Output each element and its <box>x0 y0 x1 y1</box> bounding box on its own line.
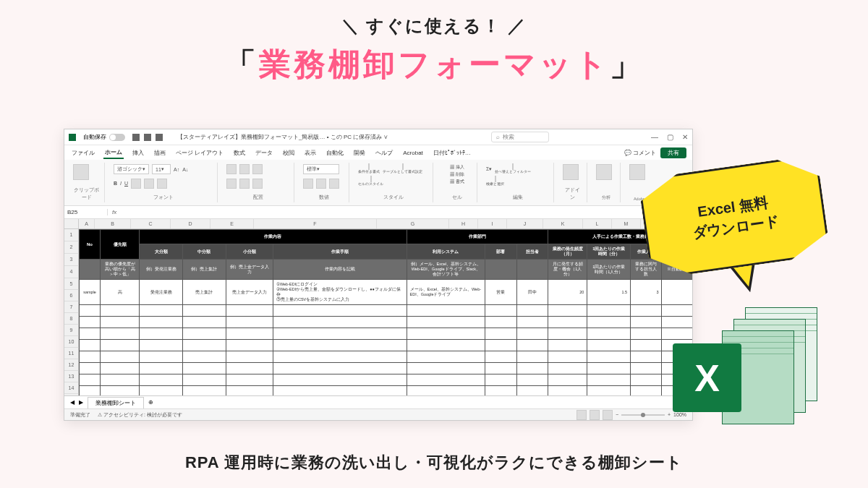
font-size-select[interactable]: 11 ▾ <box>152 164 171 174</box>
undo-icon[interactable] <box>144 134 151 141</box>
format-cells-button[interactable]: ▦ 書式 <box>450 179 464 185</box>
column-header[interactable]: J <box>507 219 543 228</box>
paste-icon[interactable] <box>73 164 89 180</box>
column-header[interactable]: A <box>79 219 95 228</box>
ribbon-tab-2[interactable]: 挿入 <box>131 147 145 158</box>
view-pagelayout-icon[interactable] <box>590 410 600 420</box>
zoom-out-button[interactable]: − <box>616 412 618 417</box>
row-header[interactable]: 10 <box>64 336 79 348</box>
quick-access-toolbar[interactable] <box>132 134 163 141</box>
column-header[interactable]: G <box>377 219 449 228</box>
row-header[interactable]: 4 <box>64 266 79 278</box>
addins-icon[interactable] <box>563 164 579 180</box>
search-input[interactable]: ⌕ 検索 <box>491 132 549 142</box>
sheet-nav-next-icon[interactable]: ▶ <box>79 399 83 406</box>
fx-icon[interactable]: fx <box>108 209 121 215</box>
percent-icon[interactable] <box>316 179 326 189</box>
status-accessibility[interactable]: ⚠ アクセシビリティ: 検討が必要です <box>98 411 182 419</box>
column-header[interactable]: K <box>543 219 583 228</box>
ribbon-tab-0[interactable]: ファイル <box>70 147 96 158</box>
align-top-icon[interactable] <box>226 164 237 174</box>
pdf-icon[interactable] <box>629 164 645 180</box>
column-header[interactable]: F <box>254 219 377 228</box>
name-box[interactable]: B25 <box>64 209 108 215</box>
align-right-icon[interactable] <box>252 179 263 189</box>
align-middle-icon[interactable] <box>239 164 250 174</box>
delete-cells-button[interactable]: ▦ 削除 <box>450 171 464 178</box>
row-header[interactable]: 8 <box>64 313 79 325</box>
table-row[interactable]: 6 <box>80 363 693 374</box>
table-row[interactable]: 3 <box>80 328 693 340</box>
share-button[interactable]: 共有 <box>660 147 686 158</box>
ribbon-tab-7[interactable]: 校閲 <box>281 147 296 158</box>
spreadsheet-grid[interactable]: ABCDEFGHIJKLMN 12345678910111213141516 N… <box>64 219 692 395</box>
row-header[interactable]: 2 <box>64 241 79 254</box>
row-header[interactable]: 12 <box>64 359 79 371</box>
currency-icon[interactable] <box>303 179 313 189</box>
document-title[interactable]: 【スターティアレイズ】業務棚卸フォーマット_簡易版… • この PC に保存済み… <box>177 133 388 141</box>
column-header[interactable]: M <box>612 219 641 228</box>
maximize-icon[interactable]: ▢ <box>667 133 673 141</box>
align-center-icon[interactable] <box>239 179 250 189</box>
font-color-icon[interactable] <box>157 179 167 189</box>
italic-button[interactable]: I <box>120 181 122 186</box>
table-row[interactable]: 8 <box>80 386 693 396</box>
align-left-icon[interactable] <box>226 179 237 189</box>
row-header[interactable]: 9 <box>64 325 79 336</box>
column-header[interactable]: B <box>95 219 131 228</box>
border-icon[interactable] <box>131 179 141 189</box>
row-header[interactable]: 14 <box>64 382 79 394</box>
zoom-slider[interactable] <box>621 414 665 416</box>
ribbon-tab-10[interactable]: 開発 <box>352 147 367 158</box>
column-header[interactable]: D <box>171 219 210 228</box>
ribbon-tab-12[interactable]: Acrobat <box>401 148 425 158</box>
row-header[interactable]: 11 <box>64 348 79 359</box>
ribbon-tab-9[interactable]: 自動化 <box>325 147 345 158</box>
table-row[interactable]: 2 <box>80 317 693 328</box>
ribbon-tab-1[interactable]: ホーム <box>103 147 124 159</box>
comma-icon[interactable] <box>329 179 339 189</box>
row-header[interactable]: 6 <box>64 290 79 301</box>
ribbon-tab-4[interactable]: ページ レイアウト <box>174 147 225 158</box>
fill-color-icon[interactable] <box>144 179 154 189</box>
view-pagebreak-icon[interactable] <box>603 410 613 420</box>
ribbon-tab-5[interactable]: 数式 <box>232 147 247 158</box>
underline-button[interactable]: U <box>124 181 128 186</box>
ribbon-tab-8[interactable]: 表示 <box>303 147 318 158</box>
font-name-select[interactable]: 游ゴシック ▾ <box>114 164 149 174</box>
number-format-select[interactable]: 標準 ▾ <box>303 164 339 174</box>
view-normal-icon[interactable] <box>576 410 587 420</box>
row-header[interactable]: 3 <box>64 254 79 266</box>
bold-button[interactable]: B <box>114 181 117 186</box>
row-header[interactable]: 5 <box>64 278 79 290</box>
row-header[interactable]: 13 <box>64 371 79 382</box>
new-sheet-button[interactable]: ⊕ <box>148 399 153 406</box>
ribbon-tab-11[interactable]: ヘルプ <box>374 147 394 158</box>
autosave-toggle[interactable]: 自動保存 <box>83 133 125 141</box>
ribbon-tab-6[interactable]: データ <box>254 147 274 158</box>
table-row[interactable]: 5 <box>80 351 693 363</box>
ribbon-tab-3[interactable]: 描画 <box>153 147 167 158</box>
analysis-icon[interactable] <box>596 164 612 180</box>
ribbon-tab-13[interactable]: 日付ﾋﾟﾎﾞｯﾄﾃ… <box>432 147 472 158</box>
sheet-tab-active[interactable]: 業務棚卸シート <box>88 397 144 408</box>
zoom-in-button[interactable]: + <box>668 412 671 417</box>
increase-font-icon[interactable]: A↑ <box>174 167 179 172</box>
row-header[interactable]: 7 <box>64 301 79 313</box>
insert-cells-button[interactable]: ▦ 挿入 <box>450 164 464 171</box>
table-row[interactable]: 7 <box>80 374 693 386</box>
decrease-font-icon[interactable]: A↓ <box>182 167 188 172</box>
minimize-icon[interactable]: — <box>651 133 658 141</box>
column-header[interactable]: I <box>478 219 507 228</box>
column-header[interactable]: L <box>583 219 612 228</box>
row-header[interactable]: 1 <box>64 229 79 241</box>
redo-icon[interactable] <box>156 134 163 141</box>
table-row[interactable]: 1 <box>80 305 693 317</box>
sheet-nav-prev-icon[interactable]: ◀ <box>70 399 75 406</box>
column-header[interactable]: E <box>210 219 254 228</box>
table-row[interactable]: 4 <box>80 340 693 351</box>
align-bottom-icon[interactable] <box>252 164 263 174</box>
save-icon[interactable] <box>132 134 140 141</box>
close-icon[interactable]: ✕ <box>682 133 688 141</box>
column-header[interactable]: H <box>449 219 478 228</box>
